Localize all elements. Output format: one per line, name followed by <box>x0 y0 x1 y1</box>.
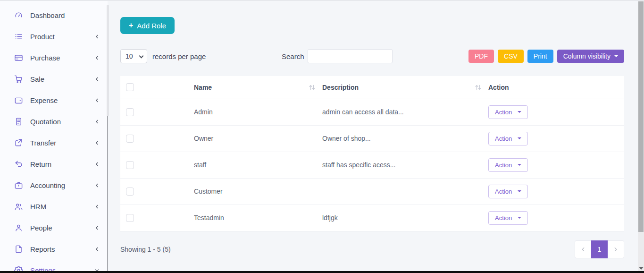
sidebar-item-label: Return <box>30 160 94 168</box>
row-action-button[interactable]: Action <box>488 185 528 198</box>
table-row: Customer Action <box>120 178 624 205</box>
share-arrow-icon <box>14 138 23 147</box>
shopping-cart-icon <box>14 75 23 84</box>
role-description-cell: admin can access all data... <box>322 99 488 125</box>
column-header-name[interactable]: Name <box>194 84 212 91</box>
row-action-button[interactable]: Action <box>488 105 528 119</box>
caret-down-icon <box>614 55 618 57</box>
sidebar-item-quotation[interactable]: Quotation <box>0 111 108 132</box>
chevron-left-icon <box>94 140 100 146</box>
scroll-down-arrow-icon[interactable] <box>639 267 644 270</box>
sidebar-item-reports[interactable]: Reports <box>0 239 108 260</box>
sidebar-scrollbar-track[interactable] <box>107 116 108 272</box>
sidebar-item-transfer[interactable]: Transfer <box>0 132 108 154</box>
table-row: Owner Owner of shop... Action <box>120 125 624 152</box>
table-row: staff staff has specific acess... Action <box>120 152 624 178</box>
row-checkbox[interactable] <box>126 188 134 196</box>
chevron-left-icon <box>94 55 100 61</box>
chevron-left-icon <box>94 246 100 252</box>
table-row: Testadmin ldfjgk Action <box>120 205 624 231</box>
row-checkbox[interactable] <box>126 108 134 116</box>
page-scrollbar-thumb[interactable] <box>638 1 644 232</box>
sidebar-item-return[interactable]: Return <box>0 154 108 175</box>
roles-table: Name Description Action <box>120 76 624 231</box>
row-checkbox[interactable] <box>126 161 134 169</box>
csv-export-button[interactable]: CSV <box>498 50 524 63</box>
sidebar-item-label: Quotation <box>30 118 94 126</box>
sort-icon[interactable] <box>475 84 482 91</box>
wallet-icon <box>14 96 23 105</box>
sidebar-scrollbar-thumb[interactable] <box>107 5 109 116</box>
row-checkbox[interactable] <box>126 135 134 143</box>
pdf-export-button[interactable]: PDF <box>468 50 494 63</box>
role-description-cell: ldfjgk <box>322 205 488 231</box>
caret-down-icon <box>518 164 521 166</box>
caret-down-icon <box>518 111 521 113</box>
sidebar: Dashboard Product Purchase Sale Expense <box>0 1 108 273</box>
speedometer-icon <box>14 11 23 20</box>
role-description-cell: staff has specific acess... <box>322 152 488 178</box>
sidebar-item-label: Transfer <box>30 139 94 147</box>
sidebar-item-purchase[interactable]: Purchase <box>0 47 108 68</box>
table-header-row: Name Description Action <box>120 76 624 99</box>
chevron-right-icon <box>612 246 619 253</box>
search-input[interactable] <box>308 49 393 63</box>
page-scrollbar[interactable] <box>638 1 644 273</box>
role-name-cell: Testadmin <box>194 205 322 231</box>
row-action-button[interactable]: Action <box>488 132 528 145</box>
row-checkbox[interactable] <box>126 214 134 222</box>
chevron-left-icon <box>94 76 100 82</box>
pagination-page-1[interactable]: 1 <box>591 240 608 258</box>
table-controls: 10 records per page Search PDF CSV Print… <box>120 49 624 63</box>
records-per-page-select[interactable]: 10 <box>120 49 147 63</box>
receipt-icon <box>14 117 23 126</box>
document-icon <box>14 245 23 254</box>
caret-down-icon <box>518 137 521 139</box>
add-role-button[interactable]: + Add Role <box>120 17 175 34</box>
row-action-button[interactable]: Action <box>488 158 528 172</box>
sidebar-item-expense[interactable]: Expense <box>0 90 108 111</box>
sidebar-item-label: Sale <box>30 75 94 83</box>
role-description-cell <box>322 178 488 205</box>
sidebar-item-label: Purchase <box>30 54 94 62</box>
sidebar-item-people[interactable]: People <box>0 217 108 239</box>
sidebar-item-hrm[interactable]: HRM <box>0 196 108 217</box>
sidebar-item-label: Product <box>30 33 94 41</box>
select-all-checkbox[interactable] <box>126 83 134 91</box>
sidebar-item-sale[interactable]: Sale <box>0 68 108 90</box>
undo-arrow-icon <box>14 160 23 169</box>
credit-card-icon <box>14 53 23 62</box>
column-header-description[interactable]: Description <box>322 84 359 91</box>
role-name-cell: staff <box>194 152 322 178</box>
role-name-cell: Customer <box>194 178 322 205</box>
records-per-page-label: records per page <box>152 52 206 60</box>
person-icon <box>14 223 23 232</box>
chevron-left-icon <box>94 182 100 188</box>
search-label: Search <box>282 52 304 60</box>
sidebar-item-product[interactable]: Product <box>0 26 108 47</box>
column-header-action: Action <box>488 84 509 91</box>
window-bottom-edge <box>0 271 644 273</box>
caret-down-icon <box>518 190 521 192</box>
sidebar-item-dashboard[interactable]: Dashboard <box>0 5 108 26</box>
pagination-prev-button[interactable] <box>575 240 591 258</box>
row-action-button[interactable]: Action <box>488 211 528 225</box>
caret-down-icon <box>518 217 521 219</box>
chevron-left-icon <box>94 34 100 40</box>
sidebar-item-label: People <box>30 224 94 232</box>
sidebar-item-accounting[interactable]: Accounting <box>0 175 108 196</box>
role-description-cell: Owner of shop... <box>322 125 488 152</box>
sidebar-item-label: Expense <box>30 96 94 104</box>
print-button[interactable]: Print <box>527 50 553 63</box>
pagination-next-button[interactable] <box>608 240 624 258</box>
table-footer: Showing 1 - 5 (5) 1 <box>120 240 624 258</box>
column-visibility-button[interactable]: Column visibility <box>557 50 624 63</box>
table-row: Admin admin can access all data... Actio… <box>120 99 624 125</box>
sort-icon[interactable] <box>309 84 316 91</box>
sidebar-item-label: Accounting <box>30 181 94 189</box>
sidebar-item-label: Dashboard <box>30 11 100 19</box>
chevron-left-icon <box>94 119 100 125</box>
plus-icon: + <box>129 21 133 30</box>
sidebar-item-label: Reports <box>30 245 94 253</box>
roles-table-card: Name Description Action <box>120 76 624 231</box>
